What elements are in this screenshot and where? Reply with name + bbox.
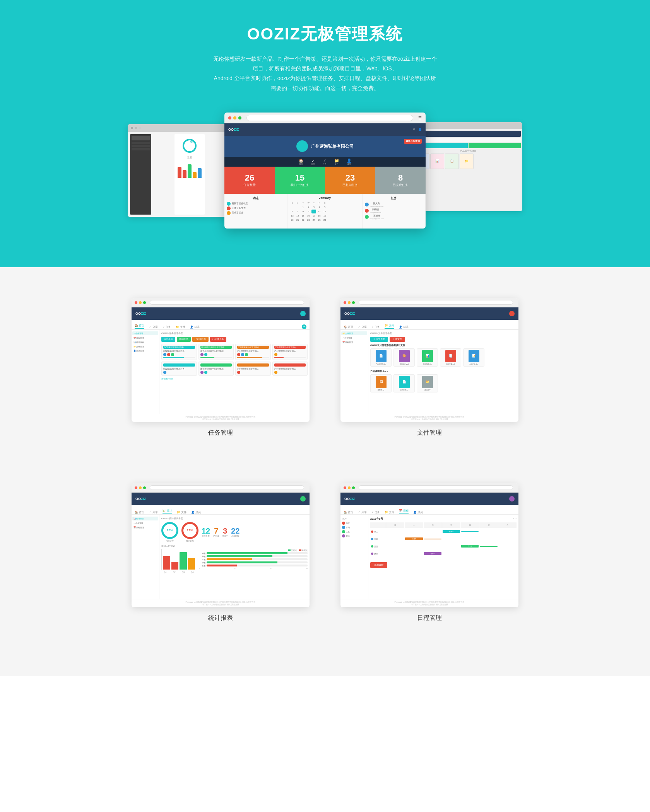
company-avatar: [296, 140, 308, 152]
dot-2: [135, 127, 137, 129]
chrome-bar: ☰: [224, 113, 426, 123]
feature-label-task: 任务管理: [208, 429, 233, 437]
browser-back-right: OOZIZ 产品说明书.doc 📄 📊 📋 📁: [414, 122, 522, 211]
nav-item-home: 🏠 首页: [299, 159, 303, 165]
sidebar-file-mgmt[interactable]: 📁 文件管理: [341, 331, 367, 335]
cal-next[interactable]: ›: [515, 517, 517, 520]
user-avatar-schedule: [509, 496, 515, 502]
add-schedule-btn[interactable]: 添加日程: [370, 562, 387, 568]
filter-my[interactable]: 我的任务: [177, 337, 191, 342]
task-filters: 待办事项 我的任务 已到期任务 已完成任务: [161, 337, 308, 342]
sidebar-item-calendar[interactable]: 📅 日程管理: [132, 336, 158, 340]
nav-icons-row: 🏠 首页 ↗ 分享 ✓ 任务 📁 文件 👤 成员: [224, 157, 426, 167]
file-item-7: 📄 说明文档.txt: [393, 374, 415, 392]
task-cards-grid: OOZ设计管理系统任务 OOZIZ设计管理系统任务: [161, 344, 308, 376]
calendar-grid: 日 一 二 三 四 五 六 张三: [370, 522, 517, 557]
file-item-1: 📄 产品说明书.doc: [370, 348, 392, 367]
dash-section-calendar: January S M T W T F S 12345 6789101112: [287, 194, 362, 229]
tab-bar-file: 🏠 首页 ↗ 分享 ✓ 任务 📁 文件 👤 成员: [340, 320, 518, 330]
tab-home[interactable]: 🏠 首页: [135, 324, 144, 329]
member-3: [365, 215, 369, 219]
tab-share[interactable]: ↗ 分享: [149, 325, 158, 329]
tab-files-active[interactable]: 📁 文件: [385, 324, 394, 329]
add-button[interactable]: +: [302, 324, 306, 329]
schedule-add-btn-area: 添加日程: [370, 560, 517, 568]
sidebar-item-stats[interactable]: 📊 统计报表: [132, 340, 158, 344]
feature-label-stats: 统计报表: [208, 614, 233, 622]
btn-upload-file[interactable]: 上传文件: [390, 337, 405, 342]
schedule-content: 2016年9月 ‹ › 日 一: [368, 515, 518, 599]
tab-members[interactable]: 👤 成员: [190, 325, 200, 329]
stat-num-3: 3 待提交: [222, 527, 228, 537]
tab-home-file[interactable]: 🏠 首页: [344, 325, 353, 329]
browser-main: ☰ OOZIZ ⚙ 👤 广州蓝海弘格有限公司 紧急任务通知 🏠: [224, 113, 426, 229]
tab-tasks[interactable]: ✓ 任务: [162, 325, 171, 329]
nav-logo: OOZIZ: [228, 128, 239, 131]
task-sidebar: ✓ 任务管理 📅 日程管理 📊 统计报表 📁 文件管理 👤 成员管理: [132, 330, 159, 414]
nav-item-task: ✓ 任务: [323, 159, 327, 165]
task-card-4: 广州某某某公司官方网站 广州某某某公司官方网站: [272, 344, 308, 360]
tab-share-file[interactable]: ↗ 分享: [358, 325, 367, 329]
bar-red2: [171, 562, 179, 570]
filter-todo[interactable]: 待办事项: [161, 337, 175, 342]
sidebar-item-members2[interactable]: 👤 成员管理: [132, 349, 158, 353]
browser-showcase: 75% 进度: [151, 113, 499, 236]
browser-body-right: OOZIZ 产品说明书.doc 📄 📊 📋 📁: [414, 129, 522, 211]
sidebar-stats-active[interactable]: 📊 统计报表: [132, 517, 158, 520]
avatar-2: [227, 206, 231, 210]
dash-section-members: 任务 张人力 zhangrl@email.com 李晓明 lixm@email.…: [363, 194, 426, 229]
mini-sidebar: [130, 134, 151, 215]
file-content: OOZIZ/文件管理界面 上传文件夹 上传文件 OOZIZ设计管理系统界面设计文…: [368, 330, 518, 414]
stats-footer: Powered by OOZIZ智能团队管理系统 全功能免费使用,请选择适合团队…: [132, 599, 310, 607]
file-grid-1: 📄 产品说明书.doc 🎨 界面设计.psd 📊 数据报表.xls: [370, 348, 517, 367]
chrome-dot-green: [238, 116, 241, 119]
btn-upload-folder[interactable]: 上传文件夹: [370, 337, 388, 342]
cal-prev[interactable]: ‹: [513, 517, 515, 520]
filter-overdue[interactable]: 已到期任务: [192, 337, 209, 342]
tab-files[interactable]: 📁 文件: [176, 325, 185, 329]
features-section: OOZIZ 🏠 首页 ↗ 分享 ✓ 任务 📁 文件 👤 成员 +: [0, 267, 650, 676]
feature-file-management: OOZIZ 🏠 首页 ↗ 分享 ✓ 任务 📁 文件 👤 成员: [337, 298, 522, 437]
stats-sidebar: 📊 统计报表 ✓ 任务管理 📅 日程管理: [132, 515, 159, 599]
sidebar-task-mgmt[interactable]: ✓ 任务管理: [341, 336, 367, 340]
hero-section: OOZIZ无极管理系统 无论你想研发一款新产品、制作一个广告策、还是策划一次活动…: [0, 0, 650, 267]
tab-bar-schedule: 🏠 首页 ↗ 分享 ✓ 任务 📁 文件 📅 日程 👤 成员: [340, 505, 518, 515]
mini-circle-chart: 75%: [183, 139, 197, 153]
stat-card-23: 23 已超期任务: [325, 167, 375, 194]
file-section-title-2: 产品说明书.docx: [370, 370, 517, 373]
stats-content: OOZIZ/统计报表界面 75% 项目进度 29%: [159, 515, 310, 599]
ss-chrome-file: [340, 298, 518, 307]
schedule-sidebar: 成员: 张三 李四 王五 赵六: [340, 515, 368, 599]
feature-label-file: 文件管理: [417, 429, 442, 437]
cal-year-month: 2016年9月: [370, 517, 383, 521]
load-more[interactable]: 查看更多内容...: [161, 377, 308, 380]
tab-bar: 🏠 首页 ↗ 分享 ✓ 任务 📁 文件 👤 成员 +: [132, 320, 310, 330]
member-1: [365, 203, 369, 206]
user-avatar-stats: [300, 496, 306, 502]
ss-chrome-stats: [132, 483, 310, 493]
sidebar-item-tasks[interactable]: ✓ 任务管理: [132, 331, 158, 335]
file-grid-2: 🖼 原型图.ai 📄 说明文档.txt 📂 其他文件: [370, 374, 517, 392]
task-card-7: 广州某某某公司官方网站: [235, 362, 271, 376]
circle-stat-75: 75% 项目进度: [161, 522, 178, 542]
task-content: OOZIZ/任务管理界面 待办事项 我的任务 已到期任务 已完成任务: [159, 330, 310, 414]
tab-tasks-file[interactable]: ✓ 任务: [371, 325, 380, 329]
file-breadcrumb: OOZIZ/文件管理界面: [370, 332, 517, 335]
file-toolbar: 上传文件夹 上传文件: [370, 337, 517, 342]
screenshot-stats: OOZIZ 🏠 首页 ↗ 分享 📊 统计 📁 文件 👤 成员: [132, 483, 310, 607]
bar-chart: Q1Q2Q3Q4: [161, 549, 196, 573]
avatar-3: [227, 211, 231, 215]
main-nav: OOZIZ ⚙ 👤: [224, 123, 426, 136]
filter-done[interactable]: 已完成任务: [210, 337, 226, 342]
tab-members-file[interactable]: 👤 成员: [399, 325, 409, 329]
sidebar-schedule-mgmt[interactable]: 📅 日程管理: [341, 340, 367, 344]
file-section-title-1: OOZIZ设计管理系统界面设计文件: [370, 344, 517, 347]
sidebar-item-files2[interactable]: 📁 文件管理: [132, 345, 158, 348]
stat-card-8: 8 已完成任务: [375, 167, 426, 194]
stat-num-12: 12 总任务数: [202, 527, 210, 537]
ss-chrome-task: [132, 298, 310, 307]
file-item-8: 📂 其他文件: [417, 374, 438, 392]
circle-stat-29: 29% 我们参与: [181, 522, 198, 542]
task-footer: Powered by OOZIZ智能团队管理系统 全功能免费使用,请选择适合团队…: [132, 414, 310, 422]
nav-item-share: ↗ 分享: [311, 159, 315, 165]
